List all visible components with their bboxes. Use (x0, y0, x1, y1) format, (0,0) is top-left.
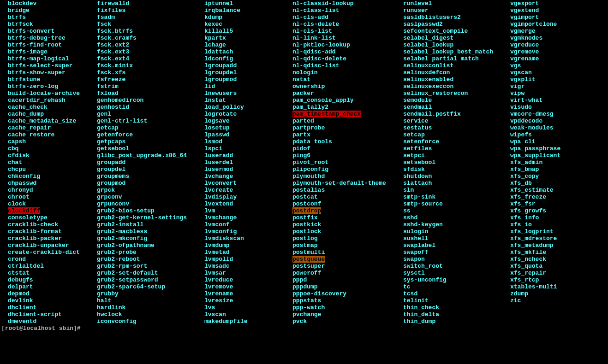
file-name: pppd (292, 276, 307, 283)
file-name: vpddecode (510, 117, 542, 124)
prompt-text: [root@localhost sbin]# (1, 325, 81, 332)
file-name: sefcontext_compile (403, 28, 468, 35)
file-entry: plipconfig (292, 166, 397, 173)
file-name: grpunconv (97, 200, 129, 207)
file-name: selinuxenabled (403, 76, 453, 83)
file-entry: thin_delta (403, 311, 504, 318)
file-name: cbq (8, 145, 18, 152)
file-name: selabel_partial_match (403, 55, 479, 62)
file-entry: service (403, 117, 504, 124)
file-entry: lvcreate (204, 187, 286, 194)
file-entry: dhclient-script (8, 311, 90, 318)
file-entry: xfs_freeze (510, 194, 602, 200)
file-name: chat (8, 159, 22, 166)
file-entry: sshd-keygen (403, 221, 504, 228)
file-entry: pidof (292, 145, 397, 152)
file-entry: xfs_info (510, 214, 602, 221)
file-entry: xfs_admin (510, 159, 602, 166)
file-entry: nl-qdisc-add (292, 48, 397, 55)
file-name: grub2-set-default (97, 270, 158, 276)
file-name: groupdel (97, 166, 125, 173)
file-entry: nl-cls-add (292, 14, 397, 21)
file-entry: telinit (403, 297, 504, 304)
file-name: nstat (292, 76, 310, 83)
file-name: btrfs-map-logical (8, 55, 69, 62)
file-name: postqueue (292, 256, 325, 263)
file-name: grub2-rpm-sort (97, 263, 147, 270)
file-entry: groupmod (97, 180, 198, 187)
file-entry: lvdisplay (204, 194, 286, 200)
file-entry: xfs_db (510, 180, 602, 187)
file-name: postfix (292, 214, 318, 221)
file-entry: grubby (97, 290, 198, 297)
file-entry: setcap (403, 131, 504, 138)
file-entry: nl-qdisc-list (292, 62, 397, 69)
file-entry: kexec (204, 21, 286, 28)
file-entry: cbq (8, 145, 90, 152)
file-entry: plymouthd (292, 173, 397, 180)
file-entry: grub2-setpassword (97, 276, 198, 283)
shell-prompt[interactable]: [root@localhost sbin]# (1, 325, 607, 332)
file-name: postdrop (292, 207, 321, 214)
file-name: xfs_rtcp (510, 276, 539, 283)
file-entry: ownership (292, 83, 397, 90)
file-entry: zdump (510, 290, 602, 297)
file-entry: poweroff (292, 270, 397, 276)
file-entry: slattach (403, 180, 504, 187)
file-entry: setenforce (403, 138, 504, 145)
file-name: pam_console_apply (292, 97, 354, 104)
file-entry: lvmetad (204, 249, 286, 256)
file-name: weak-modules (510, 124, 554, 131)
file-name: sushell (403, 235, 429, 242)
file-name: vgmknodes (510, 35, 542, 41)
file-entry: thin_check (403, 304, 504, 311)
file-entry: lvscan (204, 311, 286, 318)
file-name: dhclient-script (8, 311, 62, 318)
file-entry: vgmknodes (510, 35, 602, 41)
file-name: grub2-macbless (97, 228, 147, 235)
file-name: lvmconfig (204, 228, 237, 235)
file-entry: lvmconf (204, 221, 286, 228)
file-name: btrfs-find-root (8, 41, 62, 48)
terminal[interactable]: blockdevbridgebtrfsbtrfsckbtrfs-convertb… (0, 0, 608, 332)
file-name: setpci (403, 152, 425, 159)
file-name: btrfs-select-super (8, 62, 72, 69)
file-name: wpa_supplicant (510, 152, 560, 159)
file-entry: xfs_metadump (510, 242, 602, 249)
file-entry: swapoff (403, 249, 504, 256)
file-entry: xfs_ncheck (510, 256, 602, 263)
file-name: pppdump (292, 283, 318, 290)
file-name: nologin (292, 69, 318, 76)
file-entry: switch_root (403, 263, 504, 270)
file-name: swapoff (403, 249, 429, 256)
file-entry: pvchange (292, 311, 397, 318)
file-entry: grub2-install (97, 221, 198, 228)
file-name: fsck.ext4 (97, 55, 129, 62)
file-name: capsh (8, 138, 26, 145)
file-name: nl-qdisc-list (292, 62, 339, 69)
file-name: lvremove (204, 283, 233, 290)
file-entry: btrfs-debug-tree (8, 35, 90, 41)
file-entry: crond (8, 256, 90, 263)
file-name: lvmsadc (204, 263, 230, 270)
file-entry: grpconv (97, 194, 198, 200)
file-entry: selabel_lookup (403, 41, 504, 48)
file-entry: btrfs-find-root (8, 41, 90, 48)
file-name: cracklib-unpacker (8, 242, 69, 249)
file-name: nl-cls-delete (292, 21, 339, 28)
file-entry: nl-link-list (292, 35, 397, 41)
file-entry: fsck.btrfs (97, 28, 198, 35)
file-name: service (403, 117, 429, 124)
file-name: genhostid (97, 104, 129, 111)
file-name: setfiles (403, 145, 432, 152)
file-name: chronyd (8, 187, 33, 194)
file-entry: lpasswd (204, 131, 286, 138)
file-name: consoletype (8, 214, 48, 221)
file-entry: devlink (8, 297, 90, 304)
file-name: selabel_lookup_best_match (403, 48, 493, 55)
file-entry: iptunnel (204, 0, 286, 7)
file-entry: weak-modules (510, 124, 602, 131)
file-name: xfs_estimate (510, 187, 554, 194)
file-name: swapon (403, 256, 425, 263)
file-name: btrfs (8, 14, 26, 21)
